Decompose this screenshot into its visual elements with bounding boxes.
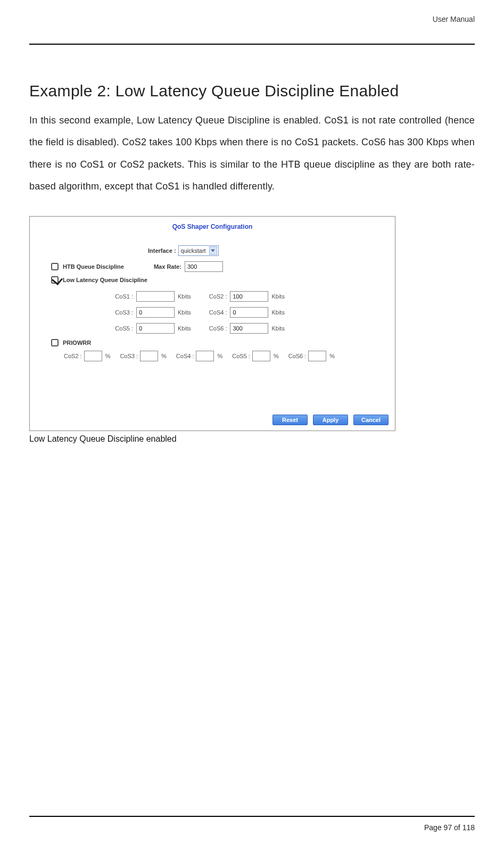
footer-total: 118 — [462, 823, 475, 832]
section-body: In this second example, Low Latency Queu… — [29, 110, 475, 198]
cancel-button[interactable]: Cancel — [353, 415, 389, 425]
cos1-input[interactable] — [136, 291, 175, 302]
figure-title: QoS Shaper Configuration — [36, 223, 389, 230]
cos-grid: CoS1 : Kbits CoS2 : Kbits CoS3 : Kbits C… — [36, 291, 389, 334]
prio-cos6-input[interactable] — [308, 351, 326, 361]
htb-checkbox[interactable] — [51, 263, 59, 270]
prio-cos2-label: CoS2 : — [64, 353, 82, 359]
interface-select[interactable]: quickstart — [178, 245, 219, 256]
section-title: Example 2: Low Latency Queue Discipline … — [29, 82, 475, 100]
prio-cos4-unit: % — [217, 353, 222, 359]
priowrr-checkbox[interactable] — [51, 339, 59, 346]
cos4-label: CoS4 : — [200, 309, 227, 316]
cos2-input[interactable] — [230, 291, 268, 302]
prio-cos5-unit: % — [274, 353, 279, 359]
cos5-input[interactable] — [136, 323, 175, 334]
prio-cos3-input[interactable] — [140, 351, 158, 361]
cos2-unit: Kbits — [271, 293, 284, 300]
prio-cos3-unit: % — [161, 353, 167, 359]
qos-shaper-figure: QoS Shaper Configuration Interface : qui… — [29, 216, 395, 431]
cos4-input[interactable] — [230, 307, 268, 318]
footer-current: 97 — [444, 823, 452, 832]
htb-label: HTB Queue Discipline — [63, 263, 124, 270]
cos1-label: CoS1 : — [106, 293, 133, 300]
footer-page-number: Page 97 of 118 — [29, 823, 475, 832]
maxrate-label: Max Rate: — [154, 263, 181, 270]
low-latency-checkbox[interactable] — [51, 276, 59, 284]
interface-select-value: quickstart — [181, 247, 206, 254]
cos2-label: CoS2 : — [200, 293, 227, 300]
prio-cos4-label: CoS4 : — [176, 353, 194, 359]
prio-cos3-label: CoS3 : — [120, 353, 138, 359]
prio-cos2-unit: % — [105, 353, 111, 359]
prio-cos2-input[interactable] — [84, 351, 102, 361]
figure-caption: Low Latency Queue Discipline enabled — [29, 434, 395, 444]
cos6-input[interactable] — [230, 323, 268, 334]
footer-rule — [29, 816, 475, 817]
prio-cos6-unit: % — [329, 353, 335, 359]
cos3-input[interactable] — [136, 307, 175, 318]
maxrate-input[interactable] — [185, 261, 223, 272]
low-latency-label: Low Latency Queue Discipline — [63, 277, 147, 283]
cos5-label: CoS5 : — [106, 325, 133, 332]
cos1-unit: Kbits — [178, 293, 191, 300]
prio-cos6-label: CoS6 : — [288, 353, 307, 359]
apply-button[interactable]: Apply — [313, 415, 348, 425]
cos5-unit: Kbits — [178, 325, 191, 332]
interface-label: Interface : — [148, 247, 176, 254]
cos6-label: CoS6 : — [200, 325, 227, 332]
footer-prefix: Page — [424, 823, 444, 832]
cos6-unit: Kbits — [271, 325, 284, 332]
prio-cos5-input[interactable] — [252, 351, 270, 361]
header-doc-title: User Manual — [433, 15, 475, 23]
cos4-unit: Kbits — [271, 309, 284, 316]
prio-cos5-label: CoS5 : — [232, 353, 250, 359]
priowrr-label: PRIOWRR — [63, 340, 91, 346]
cos3-label: CoS3 : — [106, 309, 133, 316]
priowrr-row: CoS2 : % CoS3 : % CoS4 : % — [36, 351, 389, 361]
prio-cos4-input[interactable] — [196, 351, 214, 361]
cos3-unit: Kbits — [178, 309, 191, 316]
chevron-down-icon — [209, 246, 217, 255]
footer-mid: of — [452, 823, 462, 832]
reset-button[interactable]: Reset — [272, 415, 308, 425]
